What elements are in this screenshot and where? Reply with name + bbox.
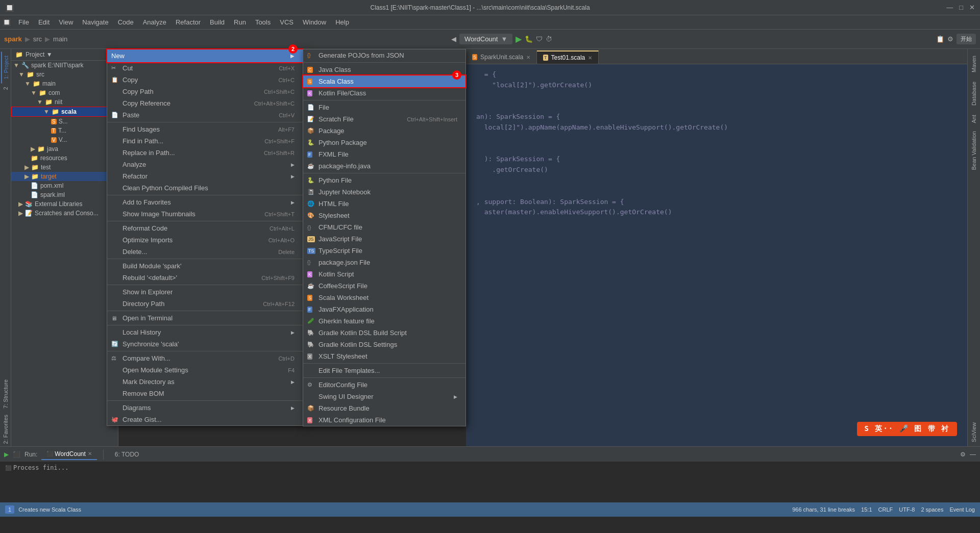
menu-code[interactable]: Code [114,17,138,28]
maximize-button[interactable]: □ [959,4,963,11]
menu-edit[interactable]: Edit [34,17,54,28]
sub-gherkin[interactable]: 🥒 Gherkin feature file [303,315,465,327]
run-controls-icon[interactable]: ▶ [4,451,9,458]
ctx-open-terminal[interactable]: 🖥 Open in Terminal [107,312,303,324]
sub-gradle-settings[interactable]: 🐘 Gradle Kotlin DSL Settings [303,339,465,350]
run-settings-icon[interactable]: ⚙ [960,451,966,458]
tree-target[interactable]: ▶ 📁 target [11,172,118,181]
sub-kotlin-class[interactable]: K Kotlin File/Class [303,87,465,99]
tab-sparkunit[interactable]: S SparkUnit.scala ✕ [466,50,537,64]
ctx-module-settings[interactable]: Open Module Settings F4 [107,364,303,376]
ctx-replace-path[interactable]: Replace in Path... Ctrl+Shift+R [107,147,303,159]
sub-cfml[interactable]: {} CFML/CFC file [303,221,465,233]
tree-spark-root[interactable]: ▼ 🔧 spark E:\NIIT\spark [11,61,118,70]
tree-com[interactable]: ▼ 📁 com [11,88,118,97]
run-tab-close[interactable]: ✕ [88,451,92,456]
tree-ext-libs[interactable]: ▶ 📚 External Libraries [11,199,118,209]
sub-ts[interactable]: TS TypeScript File [303,245,465,257]
ctx-show-thumbnails[interactable]: Show Image Thumbnails Ctrl+Shift+T [107,208,303,220]
ctx-delete[interactable]: Delete... Delete [107,246,303,258]
run-tab-todo[interactable]: 6: TODO [110,449,144,460]
left-tab-2[interactable]: 2 [2,84,10,92]
tree-scala[interactable]: ▼ 📁 scala [11,107,118,117]
toolbar-right-icon1[interactable]: 📋 [936,35,944,43]
menu-window[interactable]: Window [299,17,330,28]
sub-scratch[interactable]: 📝 Scratch File Ctrl+Alt+Shift+Insert [303,113,465,125]
sub-xml-config[interactable]: X XML Configuration File [303,414,465,426]
ctx-copy-ref[interactable]: Copy Reference Ctrl+Alt+Shift+C [107,97,303,109]
ctx-show-explorer[interactable]: Show in Explorer [107,286,303,298]
run-minimize-icon[interactable]: — [970,451,976,458]
sub-scala-class[interactable]: S Scala Class [303,75,465,87]
sub-javafx[interactable]: F JavaFXApplication [303,303,465,315]
tree-spark-iml[interactable]: 📄 spark.iml [11,190,118,199]
ctx-rebuild[interactable]: Rebuild '<default>' Ctrl+Shift+F9 [107,272,303,284]
tree-pom[interactable]: 📄 pom.xml [11,181,118,190]
tree-s-file[interactable]: S S... [11,117,118,126]
context-menu-new[interactable]: New ▶ [107,49,303,62]
sub-kotlin-script[interactable]: K Kotlin Script [303,268,465,280]
tree-t-file[interactable]: T T... [11,126,118,135]
menu-vcs[interactable]: VCS [276,17,298,28]
sub-editorconfig[interactable]: ⚙ EditorConfig File [303,379,465,391]
sub-scala-worksheet[interactable]: S Scala Worksheet [303,292,465,303]
debug-button[interactable]: 🐛 [525,35,533,43]
menu-help[interactable]: Help [331,17,353,28]
ctx-clean-python[interactable]: Clean Python Compiled Files [107,182,303,194]
menu-refactor[interactable]: Refactor [172,17,205,28]
run-tab-wordcount[interactable]: ⬛ WordCount ✕ [41,449,96,460]
ctx-diagrams[interactable]: Diagrams ▶ [107,402,303,414]
profile-button[interactable]: ⏱ [546,35,552,43]
toolbar-right-icon2[interactable]: ⚙ [947,35,953,43]
left-tab-favorites[interactable]: 2: Favorites [2,412,10,446]
tree-main[interactable]: ▼ 📁 main [11,79,118,88]
ctx-reformat[interactable]: Reformat Code Ctrl+Alt+L [107,222,303,234]
ctx-find-path[interactable]: Find in Path... Ctrl+Shift+F [107,135,303,147]
menu-run[interactable]: Run [230,17,250,28]
run-button[interactable]: ▶ [516,34,522,44]
sub-html[interactable]: 🌐 HTML File [303,198,465,210]
ctx-compare[interactable]: ⚖ Compare With... Ctrl+D [107,352,303,364]
right-panel-maven[interactable]: Maven [969,52,978,77]
ctx-synchronize[interactable]: 🔄 Synchronize 'scala' [107,338,303,350]
tree-src[interactable]: ▼ 📁 src [11,70,118,79]
sub-pkg-json[interactable]: {} package.json File [303,257,465,268]
ctx-optimize[interactable]: Optimize Imports Ctrl+Alt+O [107,234,303,246]
menu-navigate[interactable]: Navigate [78,17,112,28]
menu-analyze[interactable]: Analyze [139,17,170,28]
ctx-mark-dir[interactable]: Mark Directory as ▶ [107,376,303,388]
sub-js[interactable]: JS JavaScript File [303,233,465,245]
sub-coffeescript[interactable]: ☕ CoffeeScript File [303,280,465,292]
sparkunit-close[interactable]: ✕ [526,55,530,60]
tab-test01[interactable]: T Test01.scala ✕ [537,50,599,64]
test01-close[interactable]: ✕ [588,55,592,61]
tree-niit[interactable]: ▼ 📁 niit [11,97,118,107]
sub-jupyter[interactable]: 📓 Jupyter Notebook [303,186,465,198]
sub-file[interactable]: 📄 File [303,101,465,113]
open-in-icon[interactable]: 开始 [957,34,976,44]
ctx-analyze[interactable]: Analyze ▶ [107,159,303,170]
ctx-local-history[interactable]: Local History ▶ [107,326,303,338]
menu-file[interactable]: File [14,17,33,28]
sub-resource-bundle[interactable]: 📦 Resource Bundle [303,402,465,414]
sub-stylesheet[interactable]: 🎨 Stylesheet [303,210,465,221]
ctx-add-favorites[interactable]: Add to Favorites ▶ [107,196,303,208]
toolbar-back-icon[interactable]: ◀ [451,35,456,43]
sub-gen-pojos[interactable]: {} Generate POJOs from JSON [303,49,465,61]
ctx-build-module[interactable]: Build Module 'spark' [107,260,303,272]
right-panel-database[interactable]: Database [969,78,978,110]
tree-test[interactable]: ▶ 📁 test [11,163,118,172]
ctx-cut[interactable]: ✂ Cut Ctrl+X [107,62,303,74]
run-config-selector[interactable]: WordCount ▼ [459,34,512,44]
sub-gradle-build[interactable]: 🐘 Gradle Kotlin DSL Build Script [303,327,465,339]
right-panel-ant[interactable]: Ant [969,111,978,128]
sub-python-pkg[interactable]: 🐍 Python Package [303,137,465,148]
ctx-refactor[interactable]: Refactor ▶ [107,170,303,182]
tree-java[interactable]: ▶ 📁 java [11,144,118,154]
sub-fxml[interactable]: F FXML File [303,148,465,160]
ctx-copy-path[interactable]: Copy Path Ctrl+Shift+C [107,86,303,97]
sub-java-class[interactable]: C Java Class [303,64,465,75]
coverage-button[interactable]: 🛡 [536,35,543,43]
sub-swing-ui[interactable]: Swing UI Designer ▶ [303,391,465,402]
menu-build[interactable]: Build [206,17,229,28]
